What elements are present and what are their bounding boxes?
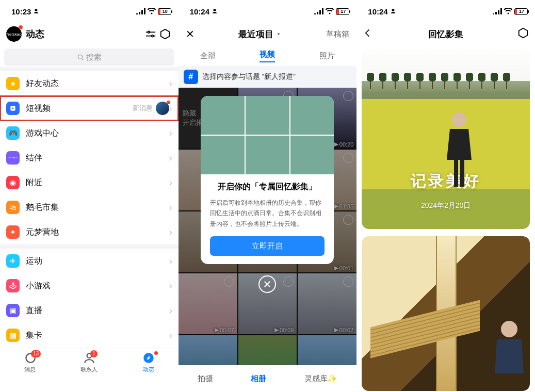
source-album[interactable]: 相册 bbox=[251, 374, 266, 384]
svg-point-16 bbox=[501, 321, 517, 337]
select-circle-icon[interactable] bbox=[343, 153, 353, 163]
tab-photo[interactable]: 照片 bbox=[319, 51, 335, 61]
cards-icon: ▤ bbox=[6, 329, 20, 342]
item-note-text: 新消息 bbox=[133, 104, 153, 113]
chevron-right-icon: › bbox=[169, 281, 172, 291]
svg-point-3 bbox=[151, 35, 153, 37]
drafts-button[interactable]: 草稿箱 bbox=[326, 29, 349, 39]
item-market[interactable]: 🛍 鹅毛市集 › bbox=[0, 195, 179, 220]
chevron-right-icon: › bbox=[169, 177, 172, 188]
game2-icon: ✦ bbox=[6, 225, 20, 239]
badge-count: 1 bbox=[90, 350, 98, 357]
tab-contacts[interactable]: 1 联系人 bbox=[59, 351, 119, 392]
item-game-center[interactable]: 🎮 游戏中心 › bbox=[0, 121, 179, 145]
item-mini-games[interactable]: 🕹 小游戏 › bbox=[0, 273, 179, 298]
memory-card[interactable]: 记录美好 2024年2月20日 bbox=[362, 48, 530, 229]
memory-card[interactable] bbox=[362, 236, 530, 391]
chevron-right-icon: › bbox=[169, 330, 172, 341]
search-icon bbox=[77, 54, 84, 61]
joystick-icon: 🕹 bbox=[6, 279, 20, 292]
chevron-right-icon: › bbox=[169, 103, 172, 114]
wifi-icon bbox=[326, 8, 334, 14]
avatar[interactable]: Netskao bbox=[6, 26, 22, 42]
media-item[interactable] bbox=[238, 335, 297, 365]
search-placeholder: 搜索 bbox=[86, 53, 102, 62]
back-icon[interactable] bbox=[363, 28, 373, 40]
media-grid: 隐藏 开启推荐 ▶ 00:20 ▶ 01:35 ▶ 00:01 ▶ 00:07 … bbox=[179, 88, 357, 365]
item-cards[interactable]: ▤ 集卡 › bbox=[0, 323, 179, 348]
tab-all[interactable]: 全部 bbox=[200, 51, 216, 61]
chevron-right-icon: › bbox=[169, 78, 172, 89]
svg-line-7 bbox=[82, 58, 83, 60]
bottom-tab-bar: 13 消息 1 联系人 动态 bbox=[0, 348, 179, 392]
hexagon-icon[interactable] bbox=[517, 27, 529, 41]
cellular-icon bbox=[493, 8, 502, 14]
battery-icon: 17 bbox=[514, 8, 528, 15]
modal-enable-button[interactable]: 立即开启 bbox=[210, 236, 325, 256]
select-circle-icon[interactable] bbox=[343, 215, 353, 225]
item-nearby[interactable]: ◉ 附近 › bbox=[0, 170, 179, 195]
modal-title: 开启你的「专属回忆影集」 bbox=[210, 182, 325, 192]
compass-icon bbox=[142, 351, 155, 365]
item-sport[interactable]: ✈ 运动 › bbox=[0, 249, 179, 273]
menu-group-b: ✈ 运动 › 🕹 小游戏 › ▣ 直播 › ▤ 集卡 › bbox=[0, 249, 179, 348]
location-icon: ◉ bbox=[6, 176, 20, 189]
battery-icon: 18 bbox=[158, 8, 171, 15]
stairs-decoration bbox=[370, 300, 480, 358]
media-item[interactable] bbox=[179, 335, 237, 365]
item-dreamland[interactable]: ✦ 元梦营地 › bbox=[0, 220, 179, 244]
page-title: 回忆影集 bbox=[356, 28, 535, 40]
video-icon bbox=[6, 102, 20, 115]
svg-rect-15 bbox=[460, 159, 464, 187]
picker-nav: ✕ 最近项目 草稿箱 bbox=[179, 23, 357, 45]
svg-point-6 bbox=[78, 55, 82, 59]
svg-point-13 bbox=[452, 112, 466, 127]
status-bar: 10:24 17 bbox=[179, 0, 357, 23]
album-selector[interactable]: 最近项目 bbox=[238, 28, 282, 40]
item-live[interactable]: ▣ 直播 › bbox=[0, 298, 179, 323]
video-thumb-avatar bbox=[156, 102, 169, 115]
search-bar[interactable]: 搜索 bbox=[4, 48, 174, 66]
person-figure-icon bbox=[444, 110, 475, 193]
phone-1-dynamic-list: 10:23 18 Netskao 动态 搜索 bbox=[0, 0, 179, 392]
gamepad-icon: 🎮 bbox=[6, 126, 20, 140]
svg-point-0 bbox=[148, 31, 150, 34]
chevron-right-icon: › bbox=[169, 202, 172, 213]
phone-3-memory-album: 10:24 17 回忆影集 记录美好 bbox=[356, 0, 535, 392]
memory-date: 2024年2月20日 bbox=[421, 201, 471, 210]
select-circle-icon[interactable] bbox=[283, 276, 294, 287]
status-bar: 10:24 17 bbox=[356, 0, 535, 23]
source-inspiration[interactable]: 灵感库✨ bbox=[304, 374, 337, 384]
item-friend-feed[interactable]: ★ 好友动态 › bbox=[0, 71, 179, 96]
source-shoot[interactable]: 拍摄 bbox=[198, 374, 213, 384]
media-type-tabs: 全部 视频 照片 bbox=[179, 45, 357, 66]
media-item[interactable]: ▶ 00:07 bbox=[179, 273, 237, 334]
chevron-right-icon: › bbox=[169, 227, 172, 238]
close-icon[interactable]: ✕ bbox=[186, 28, 194, 40]
select-circle-icon[interactable] bbox=[343, 276, 353, 287]
topic-banner[interactable]: # 选择内容参与话题 “新人报道” bbox=[179, 66, 357, 88]
page-title: 动态 bbox=[26, 28, 143, 40]
select-circle-icon[interactable] bbox=[224, 276, 234, 287]
modal-body-text: 开启后可收到本地相册的历史合集，帮你回忆生活中的点滴日常。合集不会识别相册内容，… bbox=[210, 198, 325, 229]
chevron-right-icon: › bbox=[169, 256, 172, 267]
item-short-video[interactable]: 短视频 新消息 › bbox=[0, 96, 179, 121]
live-icon: ▣ bbox=[6, 304, 20, 317]
settings-sliders-icon[interactable] bbox=[143, 27, 158, 41]
item-partner[interactable]: 〰 结伴 › bbox=[0, 145, 179, 170]
hexagon-icon[interactable] bbox=[158, 27, 172, 41]
tab-feeds[interactable]: 动态 bbox=[119, 351, 178, 392]
media-item[interactable] bbox=[298, 335, 356, 365]
chevron-right-icon: › bbox=[169, 153, 172, 164]
person-icon bbox=[212, 8, 218, 14]
media-item[interactable]: ▶ 00:07 bbox=[298, 273, 356, 334]
tab-messages[interactable]: 13 消息 bbox=[0, 351, 59, 392]
clock-text: 10:23 bbox=[11, 7, 31, 16]
chevron-down-icon bbox=[275, 31, 282, 37]
chevron-right-icon: › bbox=[169, 305, 172, 316]
clock-text: 10:24 bbox=[368, 7, 387, 16]
memory-nav: 回忆影集 bbox=[356, 23, 535, 45]
tab-video[interactable]: 视频 bbox=[260, 50, 275, 62]
select-circle-icon[interactable] bbox=[343, 91, 353, 101]
memory-scroll[interactable]: 记录美好 2024年2月20日 bbox=[356, 45, 535, 392]
